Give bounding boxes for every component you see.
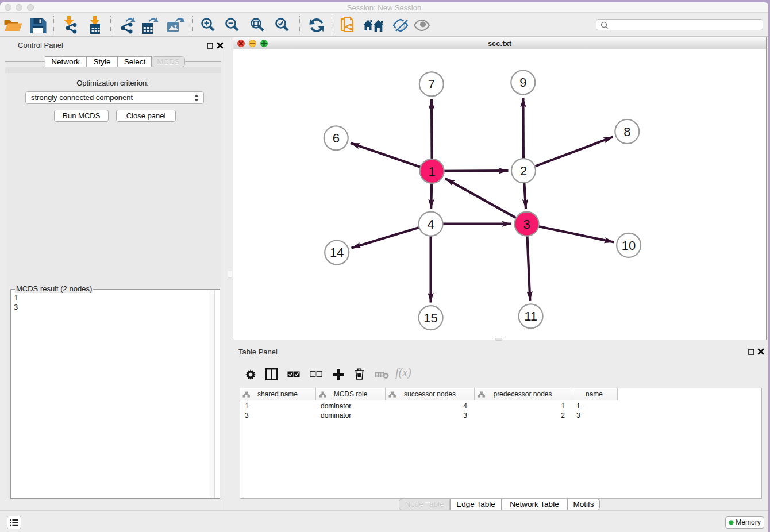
svg-text:6: 6 [333, 131, 340, 145]
svg-text:9: 9 [519, 75, 526, 90]
svg-text:2: 2 [520, 164, 527, 178]
svg-text:7: 7 [428, 77, 435, 91]
svg-text:15: 15 [424, 311, 437, 325]
svg-text:11: 11 [524, 309, 537, 323]
svg-text:1: 1 [429, 164, 436, 179]
svg-text:3: 3 [523, 217, 530, 232]
svg-text:14: 14 [330, 245, 344, 260]
svg-text:10: 10 [622, 238, 636, 253]
svg-text:4: 4 [427, 217, 434, 232]
svg-text:8: 8 [623, 125, 630, 139]
